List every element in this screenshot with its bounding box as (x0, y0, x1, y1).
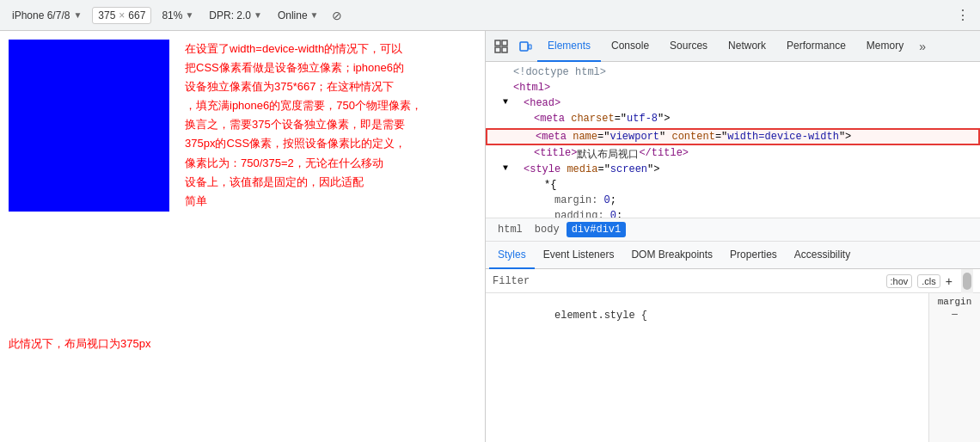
top-toolbar: iPhone 6/7/8 ▼ 375 × 667 81% ▼ DPR: 2.0 … (0, 0, 980, 31)
triangle-style[interactable]: ▼ (503, 163, 513, 173)
filter-plus-button[interactable]: + (946, 274, 952, 288)
dpr-label: DPR: 2.0 (209, 9, 251, 21)
filter-hov-button[interactable]: :hov (886, 274, 913, 288)
code-area[interactable]: <!doctype html> <html> ▼ <head> <meta ch… (486, 62, 980, 218)
main-area: 在设置了width=device-width的情况下，可以把CSS像素看做是设备… (0, 31, 980, 442)
margin-dash: — (952, 309, 958, 319)
width-value: 375 (98, 9, 115, 21)
styles-area[interactable]: element.style { margin — (486, 293, 980, 442)
svg-rect-0 (495, 40, 500, 46)
element-style-rule: element.style { (493, 297, 922, 335)
code-line: <!doctype html> (486, 65, 980, 81)
code-line: <meta charset =" utf-8 "> (486, 112, 980, 127)
margin-strip: margin — (928, 293, 980, 442)
tab-event-listeners[interactable]: Event Listeners (535, 242, 623, 269)
zoom-control[interactable]: 81% ▼ (156, 8, 199, 23)
breadcrumb-body[interactable]: body (530, 222, 565, 237)
devtools-tabs: Elements Console Sources Network Perform… (486, 31, 980, 62)
more-tabs-icon[interactable]: » (914, 31, 931, 62)
svg-rect-4 (520, 42, 528, 51)
code-line: <html> (486, 81, 980, 96)
tab-accessibility[interactable]: Accessibility (786, 242, 859, 269)
code-line: padding: 0 ; (486, 209, 980, 218)
tab-console[interactable]: Console (601, 31, 659, 62)
dim-cross: × (119, 9, 125, 21)
code-line: ▼ <head> (486, 96, 980, 112)
code-line: *{ (486, 178, 980, 193)
breadcrumb-html[interactable]: html (493, 222, 528, 237)
code-line: <title> 默认布局视口 </title> (486, 146, 980, 163)
svg-rect-2 (495, 47, 500, 52)
dpr-dropdown-icon: ▼ (254, 10, 262, 20)
device-selector[interactable]: iPhone 6/7/8 ▼ (7, 8, 87, 23)
filter-bar: Filter :hov .cls + (486, 269, 980, 293)
styles-content: element.style { (486, 293, 928, 442)
filter-cls-button[interactable]: .cls (917, 274, 940, 288)
code-line: margin: 0 ; (486, 193, 980, 209)
tab-styles[interactable]: Styles (489, 242, 535, 269)
bottom-tabs: Styles Event Listeners DOM Breakpoints P… (486, 242, 980, 269)
zoom-dropdown-icon: ▼ (185, 10, 193, 20)
margin-label: margin (938, 297, 972, 307)
breadcrumb-bar: html body div#div1 (486, 218, 980, 242)
svg-rect-1 (502, 40, 507, 46)
svg-rect-5 (529, 45, 531, 49)
devtools-panel: Elements Console Sources Network Perform… (486, 31, 980, 442)
svg-rect-3 (502, 47, 507, 52)
online-dropdown-icon: ▼ (310, 10, 319, 20)
dpr-control[interactable]: DPR: 2.0 ▼ (204, 8, 267, 23)
device-label: iPhone 6/7/8 (12, 9, 70, 21)
breadcrumb-div[interactable]: div#div1 (567, 222, 627, 237)
tab-sources[interactable]: Sources (659, 31, 718, 62)
tab-performance[interactable]: Performance (776, 31, 856, 62)
blue-box (9, 40, 169, 212)
code-line: ▼ <style media =" screen "> (486, 163, 980, 178)
no-throttle-icon[interactable]: ⊘ (329, 8, 345, 23)
inspect-icon[interactable] (489, 34, 513, 58)
tab-properties[interactable]: Properties (721, 242, 786, 269)
height-value: 667 (128, 9, 145, 21)
device-toggle-icon[interactable] (513, 34, 537, 58)
bottom-text: 此情况下，布局视口为375px (9, 336, 150, 352)
scrollbar-v[interactable] (961, 269, 973, 293)
triangle-head[interactable]: ▼ (503, 97, 513, 107)
chinese-text: 在设置了width=device-width的情况下，可以把CSS像素看做是设备… (185, 40, 477, 211)
filter-input[interactable] (535, 275, 880, 287)
online-label: Online (278, 9, 308, 21)
online-control[interactable]: Online ▼ (273, 8, 324, 23)
dimensions-box: 375 × 667 (92, 7, 151, 24)
code-line-viewport: <meta name =" viewport " content =" widt… (486, 128, 980, 145)
scrollbar-thumb (963, 273, 971, 290)
device-dropdown-icon: ▼ (73, 10, 82, 20)
tab-memory[interactable]: Memory (856, 31, 914, 62)
tab-network[interactable]: Network (718, 31, 776, 62)
filter-label: Filter (493, 275, 530, 287)
zoom-label: 81% (162, 9, 182, 21)
more-options-icon[interactable]: ⋮ (952, 5, 973, 25)
tab-elements[interactable]: Elements (537, 31, 601, 62)
phone-viewport: 在设置了width=device-width的情况下，可以把CSS像素看做是设备… (0, 31, 486, 442)
tab-dom-breakpoints[interactable]: DOM Breakpoints (622, 242, 721, 269)
